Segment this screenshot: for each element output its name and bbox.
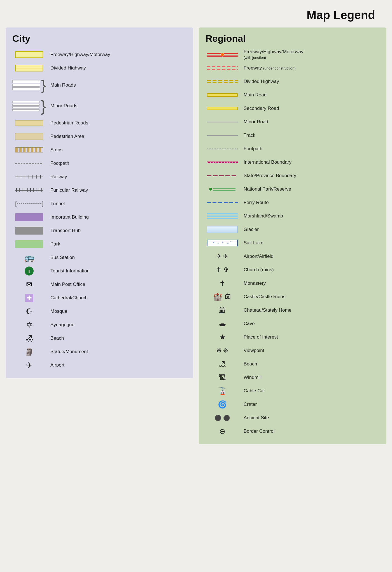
bus-icon: 🚌 [24, 253, 34, 263]
list-item: Steps [12, 144, 186, 156]
reg-interest-symbol: ★ [206, 333, 239, 342]
list-item: ⊖ Border Control [206, 425, 380, 437]
reg-windmill-label: Windmill [244, 375, 380, 380]
reg-border-label: Border Control [244, 429, 380, 434]
reg-ferry-symbol [206, 202, 239, 203]
reg-minor-road-label: Minor Road [244, 119, 380, 125]
statue-icon: 🗿 [25, 348, 34, 356]
list-item: ✚ Cathedral/Church [12, 292, 186, 304]
reg-viewpoint-label: Viewpoint [244, 348, 380, 353]
reg-beach-icon: 🏖 [219, 360, 226, 369]
reg-secondary-symbol [206, 107, 239, 110]
reg-airport-label: Airport/Airfield [244, 254, 380, 259]
list-item: Glacier [206, 223, 380, 236]
cathedral-label: Cathedral/Church [50, 295, 186, 301]
transport-hub-label: Transport Hub [50, 228, 186, 233]
reg-crater-symbol: 🌀 [206, 400, 239, 409]
park-label: Park [50, 241, 186, 247]
bus-station-label: Bus Station [50, 255, 186, 260]
minor-roads-label: Minor Roads [50, 103, 186, 109]
list-item: Transport Hub [12, 224, 186, 237]
list-item: 🏗 Windmill [206, 371, 380, 384]
synagogue-symbol: ✡ [12, 320, 46, 330]
list-item: Pedestrian Area [12, 130, 186, 143]
list-item: 🚡 Cable Car [206, 385, 380, 397]
reg-crater-label: Crater [244, 402, 380, 407]
list-item: Divided Highway [12, 62, 186, 74]
chateau-icon: 🏛 [219, 306, 226, 315]
reg-track-symbol [206, 135, 239, 136]
windmill-icon: 🏗 [219, 373, 226, 382]
reg-freeway-symbol [206, 52, 239, 57]
regional-panel: Regional Freeway/Highway/Motorway(with j… [199, 27, 386, 444]
bus-station-symbol: 🚌 [12, 253, 46, 263]
monastery-icon: ✝ [219, 279, 225, 288]
funicular-symbol [12, 188, 46, 192]
list-item: 🏛 Chateau/Stately Home [206, 304, 380, 316]
reg-border-symbol: ⊖ [206, 427, 239, 436]
reg-main-road-symbol [206, 93, 239, 97]
reg-viewpoint-symbol: ❋ ❊ [206, 347, 239, 354]
reg-intl-svg [207, 161, 238, 164]
reg-state-label: State/Province Boundary [244, 173, 380, 179]
list-item: ✉ Main Post Office [12, 278, 186, 291]
tunnel-symbol: [ ] [12, 201, 46, 207]
pedestrian-roads-symbol [12, 120, 46, 126]
statue-label: Statue/Monument [50, 349, 186, 355]
list-item: Freeway/Highway/Motorway [12, 48, 186, 61]
list-item: Important Building [12, 211, 186, 223]
list-item: ✈ Airport [12, 359, 186, 371]
reg-glacier-symbol [206, 226, 239, 233]
list-item: ⚫ ⚫ Ancient Site [206, 412, 380, 424]
reg-saltlake-label: Salt Lake [244, 240, 380, 246]
list-item: 🏰 🏚 Castle/Castle Ruins [206, 291, 380, 303]
list-item: Ferry Route [206, 196, 380, 209]
reg-cablecar-symbol: 🚡 [206, 387, 239, 395]
reg-divided-label: Divided Highway [244, 79, 380, 84]
regional-heading: Regional [206, 33, 380, 44]
reg-chateau-symbol: 🏛 [206, 306, 239, 315]
reg-glacier-label: Glacier [244, 227, 380, 232]
reg-divided-symbol [206, 79, 239, 84]
minor-roads-symbol: } [12, 98, 46, 114]
castle-icon: 🏰 🏚 [213, 293, 231, 301]
list-item: Minor Road [206, 116, 380, 128]
cave-icon: 🕳 [219, 319, 226, 328]
list-item: ✈ ✈ Airport/Airfield [206, 250, 380, 263]
mosque-label: Mosque [50, 309, 186, 314]
post-office-symbol: ✉ [12, 280, 46, 289]
important-building-symbol [12, 213, 46, 221]
reg-divided-svg [207, 79, 238, 84]
list-item: 🚌 Bus Station [12, 251, 186, 264]
list-item: Park [12, 238, 186, 250]
list-item: ❋ ❊ Viewpoint [206, 344, 380, 357]
divided-hwy-label: Divided Highway [50, 65, 186, 71]
city-heading: City [12, 33, 186, 44]
reg-ferry-label: Ferry Route [244, 200, 380, 205]
pedestrian-area-label: Pedestrian Area [50, 134, 186, 139]
list-item: i Tourist Information [12, 265, 186, 277]
list-item: } Minor Roads [12, 96, 186, 116]
list-item: Railway [12, 171, 186, 183]
synagogue-label: Synagogue [50, 322, 186, 328]
list-item: ✡ Synagogue [12, 319, 186, 331]
park-symbol [12, 240, 46, 248]
reg-freeway-svg [207, 52, 238, 57]
reg-castle-label: Castle/Castle Ruins [244, 294, 380, 300]
post-office-label: Main Post Office [50, 282, 186, 287]
beach-symbol: 🏖 [12, 334, 46, 343]
star-icon: ★ [219, 333, 226, 342]
cross-icon: ✚ [25, 294, 33, 302]
reg-footpath-symbol [206, 149, 239, 149]
list-item: ★ Place of Interest [206, 331, 380, 343]
list-item: National Park/Reserve [206, 183, 380, 195]
cross-ruins-icon: ✝ ✞ [216, 266, 229, 274]
reg-ancient-label: Ancient Site [244, 415, 380, 421]
reg-castle-symbol: 🏰 🏚 [206, 293, 239, 301]
list-item: [ ] Tunnel [12, 198, 186, 210]
city-panel: City Freeway/Highway/Motorway Divided Hi… [6, 27, 193, 378]
reg-intl-symbol [206, 161, 239, 164]
reg-beach-symbol: 🏖 [206, 360, 239, 369]
reg-marshland-symbol [206, 213, 239, 219]
reg-interest-label: Place of Interest [244, 334, 380, 340]
